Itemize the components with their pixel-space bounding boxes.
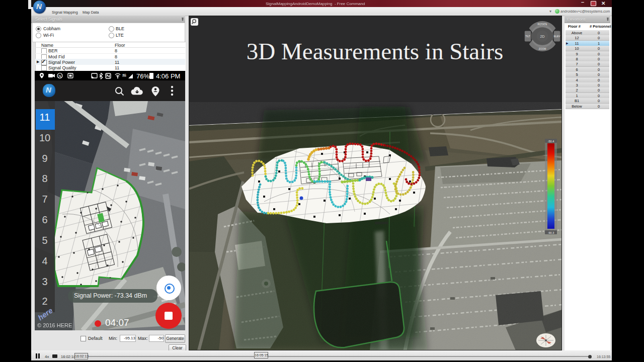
- svg-text:ROTATE: ROTATE: [538, 23, 548, 26]
- svg-text:3D Measurements in Stairs: 3D Measurements in Stairs: [247, 38, 503, 64]
- svg-text:TILT: TILT: [525, 35, 530, 38]
- svg-text:ELEV: ELEV: [554, 35, 560, 38]
- svg-text:ZOOM: ZOOM: [539, 48, 546, 50]
- svg-text:2D: 2D: [540, 35, 545, 38]
- svg-text:-50.4: -50.4: [548, 140, 554, 143]
- svg-text:4G: 4G: [122, 73, 126, 76]
- svg-text:N: N: [58, 74, 61, 78]
- svg-text:-90.3: -90.3: [548, 231, 554, 234]
